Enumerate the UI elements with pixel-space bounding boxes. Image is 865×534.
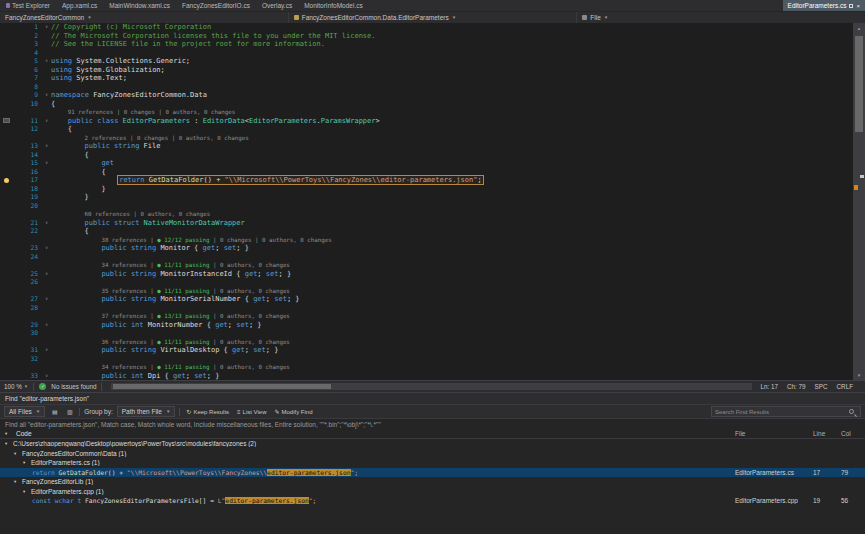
code-line[interactable]: 15∨get [0, 159, 853, 168]
type-dropdown[interactable]: FancyZonesEditorCommon.Data.EditorParame… [289, 12, 578, 23]
eol-mode[interactable]: CRLF [837, 383, 853, 390]
code-line[interactable]: 11∨public class EditorParameters : Edito… [0, 117, 853, 126]
code-line[interactable]: 29∨public int MonitorNumber { get; set; … [0, 321, 853, 330]
fold-chevron-icon[interactable]: ∨ [42, 321, 51, 330]
fold-chevron-icon[interactable]: ∨ [42, 91, 51, 100]
code-line[interactable]: 30 [0, 329, 853, 338]
vscroll-thumb[interactable] [855, 36, 863, 132]
code-line[interactable]: 10{ [0, 100, 853, 109]
panel-title-bar[interactable]: Find "editor-parameters.json" [0, 393, 865, 404]
code-line[interactable]: 9∨namespace FancyZonesEditorCommon.Data [0, 91, 853, 100]
find-result-group[interactable]: ▾C:\Users\zhaopengwang\Desktop\powertoys… [0, 439, 865, 449]
code-line[interactable]: 19} [0, 193, 853, 202]
scope-dropdown[interactable]: All Files ▼ [4, 406, 45, 417]
fold-chevron-icon[interactable]: ∨ [42, 219, 51, 228]
document-tab[interactable]: FancyZonesEditorIO.cs [176, 0, 256, 11]
health-status[interactable]: No issues found [51, 383, 96, 390]
codelens-row[interactable]: 36 references | ● 11/11 passing | 0 auth… [0, 338, 853, 347]
code-line[interactable]: 28 [0, 304, 853, 313]
find-result-row[interactable]: return GetDataFolder() + "\\Microsoft\\P… [0, 468, 865, 478]
column-indicator[interactable]: Ch: 79 [787, 383, 806, 390]
code-line[interactable]: 24 [0, 253, 853, 262]
fold-chevron-icon[interactable]: ∨ [42, 372, 51, 381]
select-all-icon[interactable]: ▥ [64, 406, 75, 417]
quick-actions-lightbulb-icon[interactable] [4, 178, 9, 183]
scroll-down-icon[interactable]: ▼ [853, 370, 865, 380]
code-line[interactable]: 32 [0, 355, 853, 364]
editor-vertical-scrollbar[interactable]: ▲ ▼ [853, 23, 865, 380]
code-line[interactable]: 18} [0, 185, 853, 194]
code-line[interactable]: 20 [0, 202, 853, 211]
code-line[interactable]: 26 [0, 278, 853, 287]
fold-chevron-icon[interactable]: ∨ [42, 244, 51, 253]
codelens-row[interactable]: 60 references | 0 authors, 0 changes [0, 210, 853, 219]
document-tab[interactable]: Test Explorer [0, 0, 56, 11]
code-line[interactable]: 33∨public int Dpi { get; set; } [0, 372, 853, 381]
code-line[interactable]: 1∨// Copyright (c) Microsoft Corporation [0, 23, 853, 32]
column-header-line[interactable]: Line [813, 430, 841, 437]
line-indicator[interactable]: Ln: 17 [761, 383, 779, 390]
fold-chevron-icon[interactable]: ∨ [42, 295, 51, 304]
document-tab[interactable]: MonitorInfoModel.cs [298, 0, 369, 11]
find-result-group[interactable]: ▾FancyZonesEditorCommon\Data (1) [0, 449, 865, 459]
code-line[interactable]: 8 [0, 83, 853, 92]
list-view-button[interactable]: ≡ List View [235, 406, 268, 417]
close-icon[interactable]: × [856, 3, 860, 9]
fold-chevron-icon[interactable]: ∨ [42, 117, 51, 126]
code-line[interactable]: 7using System.Text; [0, 74, 853, 83]
fold-chevron-icon[interactable]: ∨ [42, 159, 51, 168]
codelens-row[interactable]: 38 references | ● 12/12 passing | 0 chan… [0, 236, 853, 245]
code-line[interactable]: 5∨using System.Collections.Generic; [0, 57, 853, 66]
copy-icon[interactable]: ▤ [49, 406, 60, 417]
fold-chevron-icon[interactable]: ∨ [42, 23, 51, 32]
project-dropdown[interactable]: FancyZonesEditorCommon ▼ [0, 12, 289, 23]
collapse-arrow-icon[interactable]: ▾ [5, 431, 13, 436]
code-line[interactable]: 4 [0, 49, 853, 58]
code-line[interactable]: 2// The Microsoft Corporation licenses t… [0, 32, 853, 41]
modify-find-button[interactable]: ✎ Modify Find [273, 406, 315, 417]
code-line[interactable]: 25∨public string MonitorInstanceId { get… [0, 270, 853, 279]
document-tab[interactable]: App.xaml.cs [56, 0, 103, 11]
zoom-control[interactable]: 100 % ▼ [4, 383, 28, 390]
preview-tab-editorparameters[interactable]: EditorParameters.cs × [783, 0, 865, 11]
code-line[interactable]: 22{ [0, 227, 853, 236]
codelens-row[interactable]: 35 references | ● 11/11 passing | 0 auth… [0, 287, 853, 296]
find-result-row[interactable]: const wchar_t FancyZonesEditorParameters… [0, 496, 865, 506]
code-line[interactable]: 31∨public string VirtualDesktop { get; s… [0, 346, 853, 355]
code-editor[interactable]: 1∨// Copyright (c) Microsoft Corporation… [0, 23, 865, 380]
code-line[interactable]: 23∨public string Monitor { get; set; } [0, 244, 853, 253]
code-line[interactable]: 27∨public string MonitorSerialNumber { g… [0, 295, 853, 304]
code-line[interactable]: 17return GetDataFolder() + "\\Microsoft\… [0, 176, 853, 185]
search-input[interactable] [715, 409, 847, 415]
codelens-row[interactable]: 91 references | 0 changes | 0 authors, 0… [0, 108, 853, 117]
scroll-up-icon[interactable]: ▲ [853, 23, 865, 33]
code-line[interactable]: 14{ [0, 151, 853, 160]
document-tab[interactable]: MainWindow.xaml.cs [103, 0, 176, 11]
codelens-row[interactable]: 34 references | ● 11/11 passing | 0 auth… [0, 363, 853, 372]
indent-mode[interactable]: SPC [815, 383, 828, 390]
find-result-group[interactable]: ▾FancyZonesEditorLib (1) [0, 477, 865, 487]
hscroll-thumb[interactable] [113, 384, 331, 389]
expand-arrow-icon[interactable]: ▾ [23, 489, 31, 494]
codelens-row[interactable]: 37 references | ● 13/13 passing | 0 auth… [0, 312, 853, 321]
expand-arrow-icon[interactable]: ▾ [23, 460, 31, 465]
code-line[interactable]: 3// See the LICENSE file in the project … [0, 40, 853, 49]
member-dropdown[interactable]: File ▼ [577, 12, 865, 23]
codelens-row[interactable]: 2 references | 0 changes | 0 authors, 0 … [0, 134, 853, 143]
fold-chevron-icon[interactable]: ∨ [42, 142, 51, 151]
code-line[interactable]: 6using System.Globalization; [0, 66, 853, 75]
fold-chevron-icon[interactable]: ∨ [42, 57, 51, 66]
code-line[interactable]: 13∨public string File [0, 142, 853, 151]
fold-chevron-icon[interactable]: ∨ [42, 346, 51, 355]
group-by-dropdown[interactable]: Path then File ▼ [117, 406, 176, 417]
find-result-group[interactable]: ▾EditorParameters.cpp (1) [0, 487, 865, 497]
keep-results-button[interactable]: ↻ Keep Results [184, 406, 231, 417]
keep-open-icon[interactable] [849, 4, 853, 8]
codelens-row[interactable]: 34 references | ● 11/11 passing | 0 auth… [0, 261, 853, 270]
code-line[interactable]: 21∨public struct NativeMonitorDataWrappe… [0, 219, 853, 228]
editor-horizontal-scrollbar[interactable] [111, 383, 751, 390]
code-line[interactable]: 16{ [0, 168, 853, 177]
column-header-col[interactable]: Col [841, 430, 865, 437]
document-tab[interactable]: Overlay.cs [256, 0, 298, 11]
fold-chevron-icon[interactable]: ∨ [42, 270, 51, 279]
